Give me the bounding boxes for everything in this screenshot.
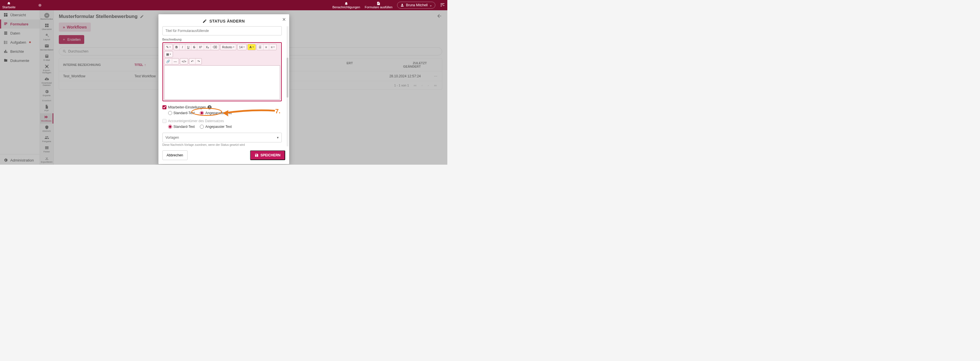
- fill-forms-button[interactable]: Formulare ausfüllen: [365, 2, 393, 9]
- rte-textcolor[interactable]: A: [248, 44, 256, 50]
- rte-font[interactable]: Roboto: [220, 44, 236, 50]
- description-label: Beschreibung: [162, 38, 282, 41]
- chevron-down-icon: ⌄: [430, 3, 432, 7]
- rte-subscript[interactable]: X₂: [204, 44, 211, 50]
- notifications-label: Benachrichtigungen: [332, 5, 360, 9]
- rte-underline[interactable]: U: [185, 44, 191, 50]
- radio-standard-2[interactable]: [168, 125, 172, 129]
- rte-ol[interactable]: ≡: [264, 44, 269, 50]
- accountowner-checkbox: [162, 119, 166, 123]
- rte-superscript[interactable]: X²: [197, 44, 204, 50]
- rte-table[interactable]: ▦: [164, 51, 173, 57]
- rte-align[interactable]: ≡: [269, 44, 276, 50]
- rte-content[interactable]: [164, 65, 280, 100]
- rte-bold[interactable]: B: [174, 44, 180, 50]
- modal-title: STATUS ÄNDERN: [158, 14, 289, 26]
- rte-italic[interactable]: I: [180, 44, 185, 50]
- notifications-button[interactable]: Benachrichtigungen: [332, 2, 360, 9]
- rte-strike[interactable]: S: [191, 44, 197, 50]
- annotation-label: 7.: [275, 108, 280, 115]
- user-name: Bruna Mitchell: [406, 3, 428, 7]
- radio-standard-1[interactable]: [168, 111, 172, 115]
- vorlagen-select[interactable]: Vorlagen ▾: [162, 133, 282, 142]
- rte-ul[interactable]: ☰: [257, 44, 264, 50]
- rte-redo[interactable]: ↷: [196, 59, 202, 64]
- mitarbeiter-checkbox[interactable]: [162, 105, 166, 109]
- topbar: Startseite ⊗ Benachrichtigungen Formular…: [0, 0, 447, 10]
- tab-close-icon[interactable]: ⊗: [38, 3, 42, 8]
- fill-forms-label: Formulare ausfüllen: [365, 5, 393, 9]
- accountowner-label: Accounteigentümer des Datensatzes: [168, 119, 224, 123]
- rte-clear[interactable]: ⌫: [211, 44, 219, 50]
- user-menu[interactable]: Bruna Mitchell ⌄: [397, 2, 435, 9]
- vorlagen-helptext: Diese Nachreich-Vorlage zuordnen, wenn d…: [162, 143, 282, 146]
- nav-home-label: Startseite: [2, 5, 16, 9]
- radio-angepasst-2[interactable]: [200, 125, 204, 129]
- rte-format-icon[interactable]: ✎: [164, 44, 172, 50]
- annotation-arrow: [222, 108, 276, 116]
- title-input[interactable]: [162, 26, 282, 35]
- rte-size[interactable]: 14: [237, 44, 247, 50]
- rte-link[interactable]: 🔗: [164, 59, 172, 64]
- rte-code[interactable]: </>: [180, 59, 188, 64]
- rte-undo[interactable]: ↶: [189, 59, 196, 64]
- nav-home[interactable]: Startseite: [2, 2, 16, 9]
- chevron-down-icon: ▾: [277, 135, 278, 140]
- topbar-settings-icon[interactable]: [440, 2, 445, 8]
- cancel-button[interactable]: Abbrechen: [162, 150, 188, 160]
- rte-hr[interactable]: —: [172, 59, 179, 64]
- modal-scrollbar[interactable]: [286, 26, 288, 146]
- edit-icon: [202, 19, 207, 24]
- modal-close-button[interactable]: [282, 17, 286, 22]
- status-modal: STATUS ÄNDERN Beschreibung ✎ B I U S X² …: [158, 14, 289, 164]
- annotation-circle: [191, 108, 222, 116]
- rich-text-editor: ✎ B I U S X² X₂ ⌫ Roboto 14 A ☰: [162, 42, 282, 101]
- save-button[interactable]: SPEICHERN: [250, 150, 285, 160]
